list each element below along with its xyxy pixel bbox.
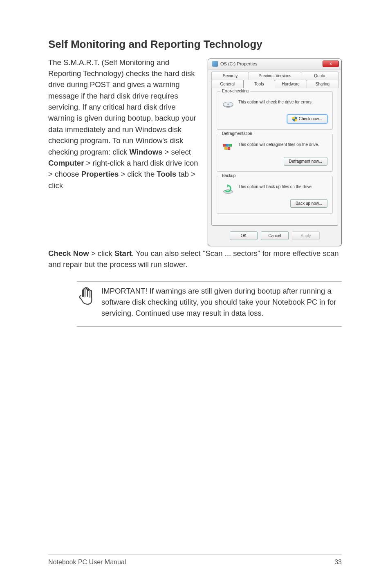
ok-button[interactable]: OK bbox=[230, 231, 258, 240]
bold-start: Start bbox=[114, 249, 132, 258]
bold-properties: Properties bbox=[81, 170, 119, 178]
apply-button[interactable]: Apply bbox=[292, 231, 320, 240]
svg-rect-6 bbox=[225, 147, 227, 149]
tab-quota[interactable]: Quota bbox=[301, 72, 338, 80]
dialog-title: OS (C:) Properties bbox=[220, 61, 257, 66]
backup-now-button[interactable]: Back up now... bbox=[290, 199, 327, 208]
backup-text: This option will back up files on the dr… bbox=[238, 184, 327, 189]
svg-rect-3 bbox=[223, 144, 226, 146]
svg-rect-7 bbox=[228, 147, 230, 149]
body-p1: The S.M.A.R.T. (Self Monitoring and Repo… bbox=[48, 58, 196, 156]
hand-stop-icon bbox=[77, 286, 95, 319]
bold-check-now: Check Now bbox=[48, 249, 89, 258]
body-p4: > click the bbox=[119, 170, 157, 178]
tab-previous-versions[interactable]: Previous Versions bbox=[249, 72, 301, 80]
tab-tools[interactable]: Tools bbox=[243, 80, 276, 88]
footer-page-number: 33 bbox=[334, 559, 342, 566]
body-p6: > click bbox=[89, 249, 114, 258]
defragmentation-text: This option will defragment files on the… bbox=[238, 141, 327, 147]
legend-defragmentation: Defragmentation bbox=[220, 131, 254, 136]
body-text-left: The S.M.A.R.T. (Self Monitoring and Repo… bbox=[48, 57, 199, 191]
check-now-button[interactable]: Check now... bbox=[287, 114, 327, 123]
svg-rect-5 bbox=[229, 144, 232, 146]
tab-security[interactable]: Security bbox=[211, 72, 249, 80]
bold-tools: Tools bbox=[157, 170, 176, 178]
group-error-checking: Error-checking This option will check th… bbox=[217, 91, 333, 130]
shield-icon bbox=[292, 117, 297, 121]
legend-backup: Backup bbox=[220, 173, 237, 178]
defragment-icon bbox=[222, 141, 234, 152]
check-now-label: Check now... bbox=[299, 117, 322, 121]
cancel-button[interactable]: Cancel bbox=[261, 231, 289, 240]
section-heading: Self Monitoring and Reporting Technology bbox=[48, 38, 342, 51]
group-defragmentation: Defragmentation This option will defragm… bbox=[217, 134, 333, 172]
bold-windows: Windows bbox=[129, 148, 162, 156]
tab-hardware[interactable]: Hardware bbox=[275, 80, 307, 88]
disk-check-icon bbox=[222, 99, 234, 110]
tab-sharing[interactable]: Sharing bbox=[307, 80, 339, 88]
important-note: IMPORTANT! If warnings are still given d… bbox=[77, 281, 342, 326]
body-p2: > select bbox=[162, 148, 191, 156]
group-backup: Backup This option will back up files on… bbox=[217, 176, 333, 214]
tab-general[interactable]: General bbox=[211, 80, 244, 88]
svg-rect-4 bbox=[226, 144, 229, 146]
backup-icon bbox=[222, 184, 234, 194]
note-text: IMPORTANT! If warnings are still given d… bbox=[101, 286, 342, 319]
dialog-titlebar[interactable]: OS (C:) Properties x bbox=[208, 59, 341, 70]
page-footer: Notebook PC User Manual 33 bbox=[48, 554, 342, 566]
svg-point-2 bbox=[227, 103, 229, 105]
body-text-after: Check Now > click Start. You can also se… bbox=[48, 248, 342, 270]
footer-left: Notebook PC User Manual bbox=[48, 559, 126, 566]
error-checking-text: This option will check the drive for err… bbox=[238, 99, 327, 104]
screenshot-dialog: OS (C:) Properties x Security Previous V… bbox=[208, 57, 342, 246]
defragment-now-button[interactable]: Defragment now... bbox=[284, 157, 327, 166]
close-button[interactable]: x bbox=[323, 61, 339, 67]
bold-computer: Computer bbox=[48, 159, 84, 167]
drive-icon bbox=[212, 61, 218, 67]
legend-error-checking: Error-checking bbox=[220, 89, 250, 93]
